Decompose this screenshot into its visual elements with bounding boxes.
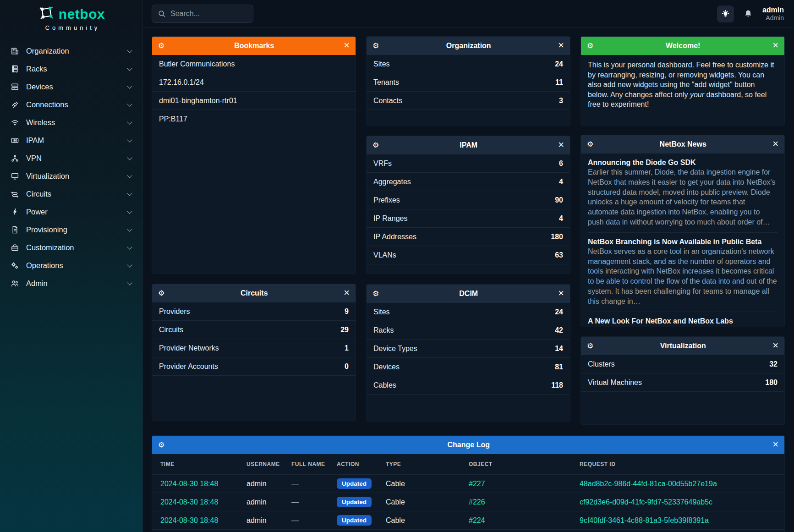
stat-value[interactable]: 180 (765, 378, 778, 387)
stat-label-link[interactable]: Tenants (373, 78, 399, 87)
stat-value[interactable]: 14 (555, 345, 563, 353)
stat-value[interactable]: 42 (555, 326, 563, 335)
widget-config-icon[interactable]: ⚙ (587, 342, 593, 350)
stat-label-link[interactable]: Devices (373, 363, 400, 371)
stat-value[interactable]: 4 (559, 178, 563, 186)
sidebar-item-customization[interactable]: Customization (0, 239, 142, 257)
stat-value[interactable]: 24 (555, 60, 563, 68)
stat-value[interactable]: 29 (340, 326, 349, 334)
stat-value[interactable]: 6 (559, 159, 563, 168)
object-link[interactable]: #226 (469, 498, 580, 506)
sidebar-item-racks[interactable]: Racks (0, 60, 142, 78)
bookmark-link[interactable]: dmi01-binghamton-rtr01 (152, 92, 356, 110)
stat-label-link[interactable]: Provider Accounts (159, 362, 218, 371)
stat-label-link[interactable]: Device Types (373, 345, 417, 353)
action-cell: Updated (337, 515, 386, 526)
sidebar-item-wireless[interactable]: Wireless (0, 114, 142, 132)
notifications-button[interactable] (741, 5, 755, 22)
close-icon[interactable]: × (344, 40, 350, 50)
object-link[interactable]: #224 (469, 516, 580, 525)
bookmark-link[interactable]: 172.16.0.1/24 (152, 73, 356, 92)
chevron-down-icon (127, 83, 132, 88)
request-id-link[interactable]: cf92d3e6-d09d-41fc-9fd7-52337649ab5c (580, 498, 776, 506)
sidebar-item-devices[interactable]: Devices (0, 78, 142, 96)
sidebar-item-virtualization[interactable]: Virtualization (0, 167, 142, 185)
object-link[interactable]: #227 (469, 480, 580, 488)
close-icon[interactable]: × (558, 40, 564, 50)
stat-label-link[interactable]: Provider Networks (159, 344, 219, 352)
stat-label-link[interactable]: IP Ranges (373, 214, 407, 223)
close-icon[interactable]: × (772, 340, 778, 351)
stat-label-link[interactable]: Circuits (159, 326, 183, 334)
news-title-link[interactable]: Announcing the Diode Go SDK (588, 159, 778, 167)
stat-label-link[interactable]: IP Addresses (373, 233, 416, 241)
news-title-link[interactable]: A New Look For NetBox and NetBox Labs (588, 317, 778, 325)
widget-config-icon[interactable]: ⚙ (372, 42, 379, 49)
stat-value[interactable]: 0 (345, 362, 349, 371)
stat-label-link[interactable]: Racks (373, 326, 394, 335)
stat-value[interactable]: 81 (555, 363, 563, 371)
request-id-link[interactable]: 9cf40fdf-3461-4c88-81a3-5feb39f8391a (580, 516, 776, 525)
stat-value[interactable]: 4 (559, 214, 563, 223)
close-icon[interactable]: × (772, 40, 778, 50)
bolt-icon (10, 208, 19, 217)
netbox-logo[interactable]: netbox Community (0, 0, 142, 31)
news-title-link[interactable]: NetBox Branching is Now Available in Pub… (588, 238, 778, 246)
bookmark-link[interactable]: PP:B117 (152, 110, 356, 128)
widget-config-icon[interactable]: ⚙ (158, 441, 164, 449)
stat-value[interactable]: 90 (555, 196, 563, 204)
brand-name: netbox (59, 6, 105, 22)
chevron-down-icon (127, 155, 132, 160)
widget-config-icon[interactable]: ⚙ (587, 42, 593, 49)
sidebar-item-ipam[interactable]: IPAM (0, 132, 142, 149)
stat-value[interactable]: 118 (551, 381, 563, 389)
widget-config-icon[interactable]: ⚙ (158, 42, 164, 49)
stat-row: Provider Networks 1 (152, 339, 356, 357)
sidebar-item-provisioning[interactable]: Provisioning (0, 221, 142, 239)
user-menu[interactable]: admin Admin (762, 6, 784, 22)
stat-label-link[interactable]: VRFs (373, 159, 392, 168)
stat-value[interactable]: 9 (345, 307, 349, 316)
request-id-link[interactable]: 48ad8b2c-986d-44fd-81ca-00d55b27e19a (580, 480, 776, 488)
stat-label-link[interactable]: Clusters (588, 360, 615, 368)
stat-label-link[interactable]: Contacts (373, 97, 402, 105)
close-icon[interactable]: × (772, 139, 778, 149)
theme-toggle-button[interactable] (717, 5, 734, 22)
stat-value[interactable]: 32 (769, 360, 778, 368)
stat-label-link[interactable]: Providers (159, 307, 190, 316)
stat-label-link[interactable]: VLANs (373, 251, 396, 259)
stat-value[interactable]: 63 (555, 251, 563, 259)
close-icon[interactable]: × (558, 140, 564, 150)
toolbox-icon (10, 243, 19, 252)
sidebar-item-operations[interactable]: Operations (0, 257, 142, 274)
time-link[interactable]: 2024-08-30 18:48 (160, 498, 246, 506)
time-link[interactable]: 2024-08-30 18:48 (160, 516, 246, 525)
stat-label-link[interactable]: Virtual Machines (588, 378, 642, 387)
close-icon[interactable]: × (772, 439, 778, 450)
widget-config-icon[interactable]: ⚙ (372, 142, 379, 149)
sidebar-item-vpn[interactable]: VPN (0, 149, 142, 167)
widget-config-icon[interactable]: ⚙ (158, 290, 164, 297)
time-link[interactable]: 2024-08-30 18:48 (160, 480, 246, 488)
stat-label-link[interactable]: Sites (373, 308, 390, 316)
stat-value[interactable]: 1 (345, 344, 349, 352)
sidebar-item-circuits[interactable]: Circuits (0, 185, 142, 203)
stat-label-link[interactable]: Aggregates (373, 178, 411, 186)
sidebar-item-power[interactable]: Power (0, 203, 142, 221)
widget-config-icon[interactable]: ⚙ (372, 290, 379, 297)
stat-label-link[interactable]: Cables (373, 381, 396, 389)
stat-label-link[interactable]: Prefixes (373, 196, 400, 204)
stat-value[interactable]: 3 (559, 97, 563, 105)
close-icon[interactable]: × (558, 288, 564, 298)
sidebar-item-admin[interactable]: Admin (0, 274, 142, 292)
stat-value[interactable]: 24 (555, 308, 563, 316)
sidebar-item-connections[interactable]: Connections (0, 96, 142, 114)
search-input[interactable] (170, 10, 247, 18)
sidebar-item-organization[interactable]: Organization (0, 42, 142, 60)
stat-value[interactable]: 11 (555, 78, 563, 87)
bookmark-link[interactable]: Butler Communications (152, 55, 356, 73)
widget-config-icon[interactable]: ⚙ (587, 141, 593, 148)
stat-value[interactable]: 180 (551, 233, 563, 241)
stat-label-link[interactable]: Sites (373, 60, 390, 68)
close-icon[interactable]: × (344, 288, 350, 298)
